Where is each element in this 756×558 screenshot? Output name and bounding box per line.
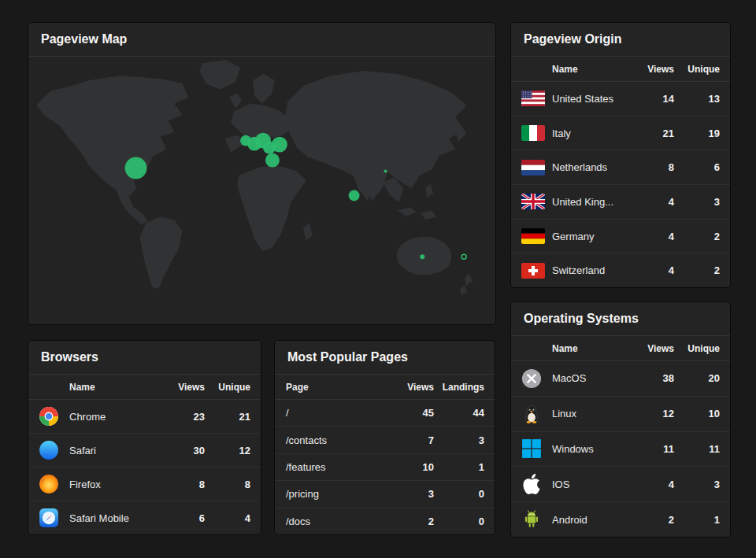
safari-icon [28,440,69,460]
world-map [28,57,495,325]
operating-systems-panel: Operating Systems Name Views Unique MacO… [510,301,731,538]
table-row: /features 10 1 [275,454,495,481]
switzerland-flag-icon [511,263,552,279]
views-value: 38 [632,372,674,384]
views-value: 8 [162,479,205,490]
column-header-unique: Unique [674,343,720,354]
unique-value: 3 [674,196,720,208]
table-row: Germany 4 2 [511,220,730,254]
unique-value: 4 [205,512,250,524]
windows-icon [511,438,552,459]
country-name: Switzerland [552,264,632,276]
views-value: 4 [632,264,674,276]
page-path: /docs [275,516,391,527]
safari-mobile-icon [28,508,69,528]
map-marker [349,190,360,201]
table-row: Windows 11 11 [511,432,730,467]
origin-rows: United States 14 13 Italy 21 19 Netherla… [511,82,730,287]
column-header-unique: Unique [205,382,250,393]
column-header-page: Page [275,382,391,393]
landings-value: 0 [434,516,484,527]
landings-value: 44 [434,407,484,419]
macos-icon [511,368,552,389]
views-value: 11 [632,443,674,455]
unique-value: 1 [674,514,720,526]
browser-name: Chrome [69,411,162,423]
views-value: 2 [391,516,434,527]
unique-value: 2 [674,264,720,276]
views-value: 21 [632,127,674,139]
os-name: Android [552,514,632,526]
italy-flag-icon [511,125,552,141]
table-header: Name Views Unique [511,336,730,361]
country-name: United States [552,93,632,105]
popular-pages-panel: Most Popular Pages Page Views Landings /… [274,340,495,535]
views-value: 6 [162,512,205,524]
column-header-views: Views [391,382,434,393]
android-icon [511,509,552,530]
table-row: Firefox 8 8 [28,467,261,501]
os-rows: MacOS 38 20 Linux 12 10 Windows 11 11 [511,361,730,537]
views-value: 45 [391,407,434,419]
column-header-views: Views [162,382,205,393]
browser-name: Safari [69,445,162,456]
views-value: 2 [632,514,674,526]
table-row: Netherlands 8 6 [511,150,730,185]
dashboard: Pageview Map [0,0,756,558]
landings-value: 1 [434,461,484,473]
chrome-icon [28,406,69,427]
unique-value: 10 [674,408,720,419]
country-name: Italy [552,127,632,139]
table-row: Android 2 1 [511,502,730,537]
table-row: /pricing 3 0 [275,481,495,508]
column-header-name: Name [552,64,632,75]
table-row: / 45 44 [275,400,495,427]
panel-title: Pageview Map [28,23,495,57]
views-value: 7 [391,434,434,446]
map-marker [420,254,424,259]
apple-ios-icon [511,474,552,494]
table-header: Page Views Landings [275,375,495,400]
os-name: Windows [552,443,632,455]
map-marker [384,170,387,173]
panel-title: Pageview Origin [511,23,730,57]
os-name: MacOS [552,372,632,384]
views-value: 10 [391,461,434,473]
column-header-unique: Unique [674,64,720,75]
table-row: United States 14 13 [511,82,730,116]
table-row: MacOS 38 20 [511,361,730,397]
linux-icon [511,404,552,424]
unique-value: 6 [674,161,720,173]
unique-value: 13 [674,93,720,105]
views-value: 30 [162,445,205,456]
unique-value: 8 [205,479,250,490]
unique-value: 2 [674,231,720,242]
map-marker [265,153,280,168]
table-header: Name Views Unique [28,375,261,400]
table-row: /contacts 7 3 [275,427,495,453]
page-path: /contacts [275,434,391,446]
table-row: /docs 2 0 [275,508,495,534]
views-value: 4 [632,196,674,208]
table-row: IOS 4 3 [511,467,730,502]
unique-value: 21 [205,411,250,423]
panel-title: Operating Systems [511,302,730,336]
map-marker [125,157,147,179]
firefox-icon [28,474,69,494]
page-path: / [275,407,391,419]
column-header-name: Name [69,382,162,393]
column-header-name: Name [552,343,632,354]
germany-flag-icon [511,228,552,244]
unique-value: 11 [674,443,720,455]
views-value: 4 [632,231,674,242]
table-row: Safari Mobile 6 4 [28,501,261,534]
country-name: Netherlands [552,161,632,173]
table-row: Chrome 23 21 [28,400,261,434]
unique-value: 3 [674,479,720,490]
views-value: 3 [391,488,434,500]
views-value: 23 [162,411,205,423]
unique-value: 12 [205,445,250,456]
views-value: 12 [632,408,674,419]
landings-value: 0 [434,488,484,500]
table-row: Italy 21 19 [511,116,730,151]
